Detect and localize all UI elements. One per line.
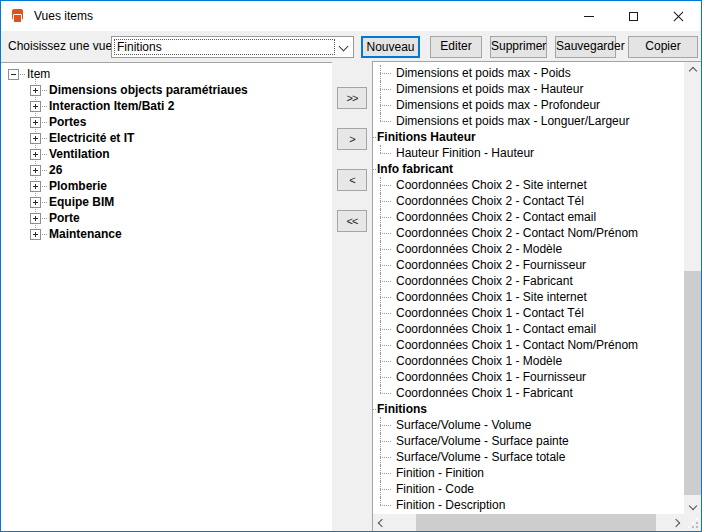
field-item[interactable]: Finitions bbox=[373, 401, 684, 417]
tree-item-label[interactable]: Dimensions objects paramétriaues bbox=[49, 83, 248, 97]
tree-connector bbox=[373, 321, 396, 337]
field-item[interactable]: Coordonnées Choix 1 - Contact email bbox=[373, 321, 684, 337]
window-title: Vues items bbox=[34, 9, 93, 23]
expand-plus-icon[interactable] bbox=[30, 133, 41, 144]
app-icon bbox=[10, 8, 26, 24]
field-item-label: Coordonnées Choix 1 - Modèle bbox=[396, 354, 562, 368]
expand-plus-icon[interactable] bbox=[30, 165, 41, 176]
app-icon-front bbox=[13, 14, 22, 23]
tree-connector bbox=[373, 177, 396, 193]
field-item-label: Surface/Volume - Surface totale bbox=[396, 450, 565, 464]
field-item[interactable]: Coordonnées Choix 2 - Fabricant bbox=[373, 273, 684, 289]
field-item[interactable]: Dimensions et poids max - Hauteur bbox=[373, 81, 684, 97]
field-item-label: Finition - Code bbox=[396, 482, 474, 496]
field-item[interactable]: Finitions Hauteur bbox=[373, 129, 684, 145]
tree-connector bbox=[42, 90, 47, 91]
field-item-label: Finition - Finition bbox=[396, 466, 484, 480]
vertical-scrollbar[interactable] bbox=[684, 62, 701, 514]
field-item[interactable]: Coordonnées Choix 2 - Modèle bbox=[373, 241, 684, 257]
expand-plus-icon[interactable] bbox=[30, 197, 41, 208]
field-item[interactable]: Coordonnées Choix 1 - Fabricant bbox=[373, 385, 684, 401]
nouveau-button[interactable]: Nouveau bbox=[361, 36, 420, 58]
tree-item[interactable]: Plomberie bbox=[1, 178, 332, 194]
field-item[interactable]: Surface/Volume - Volume bbox=[373, 417, 684, 433]
view-select-combobox[interactable]: Finitions bbox=[111, 36, 354, 58]
horizontal-scrollbar[interactable] bbox=[373, 514, 684, 531]
field-item[interactable]: Coordonnées Choix 1 - Fournisseur bbox=[373, 369, 684, 385]
field-item[interactable]: Surface/Volume - Surface totale bbox=[373, 449, 684, 465]
tree-item-label[interactable]: Ventilation bbox=[49, 147, 110, 161]
expand-plus-icon[interactable] bbox=[30, 213, 41, 224]
field-item[interactable]: Coordonnées Choix 2 - Site internet bbox=[373, 177, 684, 193]
maximize-button[interactable] bbox=[611, 1, 656, 31]
field-item[interactable]: Hauteur Finition - Hauteur bbox=[373, 145, 684, 161]
field-item[interactable]: Coordonnées Choix 1 - Site internet bbox=[373, 289, 684, 305]
resize-grip-icon[interactable] bbox=[696, 526, 698, 528]
expand-plus-icon[interactable] bbox=[30, 181, 41, 192]
tree-item[interactable]: Portes bbox=[1, 114, 332, 130]
supprimer-button[interactable]: Supprimer bbox=[490, 36, 547, 58]
tree-item[interactable]: Ventilation bbox=[1, 146, 332, 162]
field-item[interactable]: Finition - Description bbox=[373, 497, 684, 513]
expand-plus-icon[interactable] bbox=[30, 149, 41, 160]
editer-button[interactable]: Editer bbox=[430, 36, 482, 58]
tree-item-label[interactable]: Portes bbox=[49, 115, 86, 129]
tree-item[interactable]: Electricité et IT bbox=[1, 130, 332, 146]
move-left-button[interactable]: < bbox=[337, 169, 367, 191]
tree-item-label[interactable]: Item bbox=[27, 67, 50, 81]
collapse-minus-icon[interactable] bbox=[8, 69, 19, 80]
tree-item[interactable]: 26 bbox=[1, 162, 332, 178]
field-item[interactable]: Coordonnées Choix 1 - Contact Nom/Prénom bbox=[373, 337, 684, 353]
tree-item-label[interactable]: Equipe BIM bbox=[49, 195, 114, 209]
tree-item-label[interactable]: Interaction Item/Bati 2 bbox=[49, 99, 174, 113]
field-item[interactable]: Finition - Finition bbox=[373, 465, 684, 481]
move-all-left-button[interactable]: << bbox=[337, 210, 367, 232]
expand-plus-icon[interactable] bbox=[30, 101, 41, 112]
tree-item[interactable]: Dimensions objects paramétriaues bbox=[1, 82, 332, 98]
tree-item-label[interactable]: Maintenance bbox=[49, 227, 122, 241]
selected-fields-list[interactable]: Dimensions et poids max - Poids Dimensio… bbox=[373, 62, 684, 514]
sauvegarder-button[interactable]: Sauvegarder bbox=[555, 36, 616, 58]
tree-item-label[interactable]: Plomberie bbox=[49, 179, 107, 193]
chevron-left-icon bbox=[377, 518, 385, 526]
tree-item-label[interactable]: Electricité et IT bbox=[49, 131, 134, 145]
tree-item[interactable]: Equipe BIM bbox=[1, 194, 332, 210]
field-item[interactable]: Coordonnées Choix 1 - Modèle bbox=[373, 353, 684, 369]
field-item-label: Coordonnées Choix 1 - Site internet bbox=[396, 290, 587, 304]
move-right-button[interactable]: > bbox=[337, 128, 367, 150]
chevron-right-icon bbox=[671, 518, 679, 526]
field-item[interactable]: Surface/Volume - Surface painte bbox=[373, 433, 684, 449]
field-item[interactable]: Coordonnées Choix 2 - Contact Nom/Prénom bbox=[373, 225, 684, 241]
move-all-right-button[interactable]: >> bbox=[337, 87, 367, 109]
tree-connector bbox=[20, 74, 25, 75]
scroll-down-button[interactable] bbox=[684, 497, 701, 514]
tree-root-item[interactable]: Item bbox=[1, 66, 332, 82]
tree-item-label[interactable]: Porte bbox=[49, 211, 80, 225]
tree-item-label[interactable]: 26 bbox=[49, 163, 62, 177]
copier-button[interactable]: Copier bbox=[628, 36, 698, 58]
tree-item[interactable]: Interaction Item/Bati 2 bbox=[1, 98, 332, 114]
field-item[interactable]: Dimensions et poids max - Profondeur bbox=[373, 97, 684, 113]
field-item[interactable]: Info fabricant bbox=[373, 161, 684, 177]
field-item[interactable]: Dimensions et poids max - Poids bbox=[373, 65, 684, 81]
vertical-scroll-thumb[interactable] bbox=[684, 271, 701, 495]
field-item[interactable]: Coordonnées Choix 2 - Fournisseur bbox=[373, 257, 684, 273]
field-item[interactable]: Coordonnées Choix 1 - Contact Tél bbox=[373, 305, 684, 321]
close-button[interactable] bbox=[656, 1, 701, 31]
field-item[interactable]: Coordonnées Choix 2 - Contact email bbox=[373, 209, 684, 225]
tree-connector bbox=[373, 241, 396, 257]
scroll-right-button[interactable] bbox=[667, 514, 684, 531]
scroll-up-button[interactable] bbox=[684, 62, 701, 79]
field-item[interactable]: Finition - Code bbox=[373, 481, 684, 497]
items-tree-panel[interactable]: Item Dimensions objects paramétriaues In… bbox=[1, 62, 332, 531]
field-item[interactable]: Dimensions et poids max - Longuer/Largeu… bbox=[373, 113, 684, 129]
expand-plus-icon[interactable] bbox=[30, 85, 41, 96]
expand-plus-icon[interactable] bbox=[30, 229, 41, 240]
expand-plus-icon[interactable] bbox=[30, 117, 41, 128]
horizontal-scroll-thumb[interactable] bbox=[416, 514, 656, 531]
minimize-button[interactable] bbox=[566, 1, 611, 31]
field-item[interactable]: Coordonnées Choix 2 - Contact Tél bbox=[373, 193, 684, 209]
scroll-left-button[interactable] bbox=[373, 514, 390, 531]
tree-item[interactable]: Porte bbox=[1, 210, 332, 226]
tree-item[interactable]: Maintenance bbox=[1, 226, 332, 242]
